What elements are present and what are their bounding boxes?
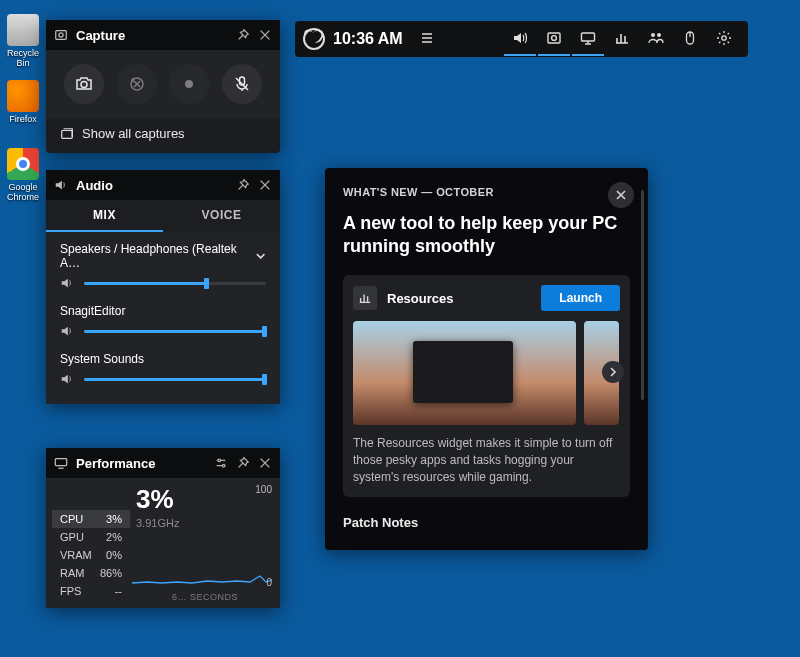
widget-title: Performance [76,456,155,471]
audio-app-section: SnagitEditor [46,294,280,342]
eyebrow: WHAT'S NEW — OCTOBER [343,186,630,198]
close-icon[interactable] [258,456,272,470]
metric-cpu[interactable]: CPU3% [52,510,130,528]
scrollbar[interactable] [641,190,644,400]
rewind-icon [128,75,146,93]
desktop-icon-chrome[interactable]: Google Chrome [2,148,44,202]
pin-icon[interactable] [236,456,250,470]
capture-icon [54,28,68,42]
sparkline [132,546,272,586]
game-bar-topbar: 10:36 AM [295,21,748,57]
mic-toggle-button[interactable] [222,64,262,104]
gear-icon [716,30,732,46]
pin-icon[interactable] [236,28,250,42]
card-title: Resources [387,291,531,306]
mouse-button[interactable] [674,22,706,56]
metric-value: 3% [136,484,270,515]
y-max: 100 [255,484,272,495]
speaker-icon[interactable] [60,324,74,338]
monitor-icon [580,30,596,46]
tab-mix[interactable]: MIX [46,200,163,232]
speaker-icon [54,178,68,192]
close-button[interactable] [608,182,634,208]
screenshot-carousel [353,321,620,425]
desktop-icon-firefox[interactable]: Firefox [2,80,44,124]
settings-button[interactable] [708,22,740,56]
pin-icon[interactable] [236,178,250,192]
carousel-next-button[interactable] [602,361,624,383]
volume-slider[interactable] [84,282,266,285]
resources-icon [353,286,377,310]
close-icon[interactable] [258,28,272,42]
patch-notes-link[interactable]: Patch Notes [343,515,630,530]
record-button[interactable] [169,64,209,104]
performance-titlebar[interactable]: Performance [46,448,280,478]
people-icon [648,30,664,46]
feature-card: Resources Launch The Resources widget ma… [343,275,630,497]
xbox-logo-icon[interactable] [303,28,325,50]
y-min: 0 [266,577,272,588]
close-icon [615,189,627,201]
metric-freq: 3.91GHz [136,517,270,529]
chrome-icon [7,148,39,180]
metric-ram[interactable]: RAM86% [52,564,130,582]
svg-point-11 [185,80,193,88]
svg-point-3 [651,33,655,37]
desktop-icon-label: Google Chrome [7,182,39,202]
record-last-button[interactable] [117,64,157,104]
performance-widget: Performance CPU3% GPU2% VRAM0% RAM86% FP… [46,448,280,608]
audio-device-name: Speakers / Headphones (Realtek A… [60,242,249,270]
speaker-icon[interactable] [60,276,74,290]
bar-chart-icon [614,30,630,46]
metric-gpu[interactable]: GPU2% [52,528,130,546]
sliders-icon[interactable] [214,456,228,470]
close-icon[interactable] [258,178,272,192]
desktop-icon-label: Recycle Bin [7,48,39,68]
audio-button[interactable] [504,22,536,56]
volume-slider[interactable] [84,330,266,333]
desktop-icon-recycle-bin[interactable]: Recycle Bin [2,14,44,68]
performance-button[interactable] [572,22,604,56]
audio-titlebar[interactable]: Audio [46,170,280,200]
capture-button[interactable] [538,22,570,56]
clock: 10:36 AM [333,30,403,48]
svg-point-16 [222,464,225,467]
carousel-image[interactable] [353,321,576,425]
widget-title: Capture [76,28,125,43]
capture-widget: Capture Show all captures [46,20,280,153]
chevron-down-icon[interactable] [255,250,266,262]
launch-button[interactable]: Launch [541,285,620,311]
svg-point-1 [552,36,557,41]
capture-titlebar[interactable]: Capture [46,20,280,50]
monitor-icon [54,456,68,470]
screenshot-button[interactable] [64,64,104,104]
tab-voice[interactable]: VOICE [163,200,280,232]
svg-rect-13 [62,130,73,138]
svg-point-9 [81,82,87,88]
volume-slider[interactable] [84,378,266,381]
xbox-social-button[interactable] [640,22,672,56]
svg-point-8 [59,33,63,37]
svg-rect-14 [55,459,66,466]
speaker-icon [512,30,528,46]
metric-vram[interactable]: VRAM0% [52,546,130,564]
chevron-right-icon [608,367,618,377]
audio-widget: Audio MIX VOICE Speakers / Headphones (R… [46,170,280,404]
desktop-icon-label: Firefox [9,114,37,124]
capture-icon [546,30,562,46]
metric-fps[interactable]: FPS-- [52,582,130,600]
capture-buttons [46,50,280,118]
speaker-icon[interactable] [60,372,74,386]
widgets-menu-button[interactable] [411,22,443,56]
audio-app-name: SnagitEditor [60,304,125,318]
show-all-captures-link[interactable]: Show all captures [46,118,280,153]
x-caption: 6… SECONDS [172,592,238,602]
svg-point-4 [657,33,661,37]
headline: A new tool to help keep your PC running … [343,212,630,257]
audio-app-name: System Sounds [60,352,144,366]
gallery-icon [60,127,74,141]
audio-app-section: System Sounds [46,342,280,390]
resources-button[interactable] [606,22,638,56]
metric-detail: 100 3% 3.91GHz 0 6… SECONDS [132,478,280,606]
svg-point-6 [722,36,726,40]
